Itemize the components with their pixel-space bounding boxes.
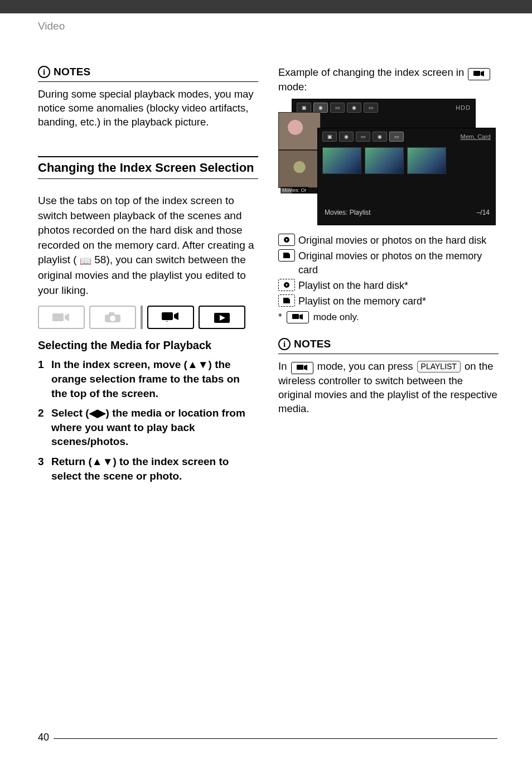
notes-heading-row: i NOTES — [278, 338, 499, 350]
hdd-playlist-icon — [278, 279, 295, 291]
legend-row: Playlist on the memory card* — [278, 294, 499, 308]
svg-text:⌃: ⌃ — [165, 320, 169, 325]
tab-icon: ◉ — [313, 103, 328, 113]
svg-rect-17 — [292, 314, 299, 319]
footer-rule — [54, 738, 497, 739]
front-screen: ▣ ◉ ▭ ◉ ▭ Mem. Card Movies: Playlist –/1… — [317, 128, 496, 225]
notes-heading-row: i NOTES — [38, 66, 258, 78]
sd-icon — [278, 249, 295, 262]
svg-marker-11 — [481, 71, 484, 76]
tab-icon: ▭ — [356, 132, 370, 142]
top-dark-bar — [0, 0, 532, 13]
svg-rect-19 — [297, 365, 303, 370]
svg-point-16 — [286, 284, 288, 286]
legend-row: Playlist on the hard disk* — [278, 279, 499, 292]
front-caption-left: Movies: Playlist — [325, 209, 371, 216]
svg-marker-18 — [299, 314, 303, 320]
hdd-icon — [278, 234, 295, 246]
step-2: Select (◀▶) the media or location from w… — [38, 406, 258, 449]
camcorder-play-icon-inline — [287, 311, 309, 323]
rn-mid1: mode, you can press — [317, 360, 413, 372]
mode-separator — [141, 306, 143, 329]
legend-list: Original movies or photos on the hard di… — [278, 234, 499, 308]
mode-camcorder-play: ⌃ — [147, 306, 194, 329]
step-1: In the index screen, move (▲▼) the orang… — [38, 357, 258, 400]
notes-underline — [38, 81, 258, 82]
legend-text: Original movies or photos on the memory … — [298, 249, 499, 277]
svg-marker-20 — [304, 365, 307, 370]
playlist-button-label: PLAYLIST — [417, 361, 461, 373]
tab-icon: ▭ — [330, 103, 345, 113]
tab-icon: ◉ — [373, 132, 387, 142]
mode-camcorder-rec — [38, 306, 85, 329]
notes-label: NOTES — [294, 338, 331, 350]
intro-paragraph: Use the tabs on top of the index screen … — [38, 194, 258, 298]
back-caption-left: Movies: Or — [280, 187, 308, 194]
tab-icon: ▣ — [322, 132, 337, 142]
example-before: Example of changing the index screen in — [278, 66, 464, 78]
notes-body: During some special playback modes, you … — [38, 88, 258, 129]
steps-list: In the index screen, move (▲▼) the orang… — [38, 357, 258, 483]
subheading: Selecting the Media for Playback — [38, 339, 258, 352]
page-number: 40 — [38, 732, 49, 743]
mode-camera-rec — [89, 306, 136, 329]
svg-point-14 — [286, 239, 288, 241]
left-column: i NOTES During some special playback mod… — [38, 66, 258, 489]
section-header: Video — [0, 13, 532, 32]
tab-icon: ◉ — [347, 103, 361, 113]
right-notes-body: In mode, you can press PLAYLIST on the w… — [278, 360, 499, 416]
asterisk-text: mode only. — [313, 312, 359, 323]
svg-rect-5 — [162, 312, 173, 320]
svg-rect-0 — [52, 313, 64, 321]
page-ref: 58 — [94, 254, 106, 265]
thumbnail — [407, 147, 446, 174]
front-right-label: Mem. Card — [461, 133, 491, 140]
tab-icon: ▭ — [389, 132, 404, 142]
legend-row: Original movies or photos on the memory … — [278, 249, 499, 277]
example-screenshots: ▣ ◉ ▭ ◉ ▭ HDD Movies: Or ▣ ◉ ▭ ◉ — [278, 99, 496, 227]
tab-icon: ▣ — [297, 103, 311, 113]
example-after: mode: — [278, 81, 307, 93]
front-caption-right: –/14 — [477, 209, 490, 216]
section-title: Changing the Index Screen Selection — [38, 156, 258, 179]
two-column-layout: i NOTES During some special playback mod… — [0, 32, 532, 489]
info-icon: i — [278, 338, 291, 350]
mode-photo-play — [199, 306, 245, 329]
legend-text: Playlist on the hard disk* — [298, 279, 408, 292]
thumbnail — [365, 147, 404, 174]
step-3: Return (▲▼) to the index screen to selec… — [38, 454, 258, 483]
tab-icon: ◉ — [339, 132, 354, 142]
thumbnail — [322, 147, 361, 174]
legend-text: Original movies or photos on the hard di… — [298, 234, 486, 247]
camcorder-play-icon-inline — [291, 362, 313, 374]
legend-text: Playlist on the memory card* — [298, 294, 426, 308]
info-icon: i — [38, 66, 50, 78]
notes-label: NOTES — [54, 66, 90, 78]
rn-before: In — [278, 360, 287, 372]
svg-marker-6 — [174, 312, 178, 320]
book-icon: 📖 — [80, 256, 91, 267]
left-thumb-strip: Movies: Or — [278, 112, 321, 196]
camcorder-play-icon-inline: ⌃ — [468, 68, 490, 80]
svg-text:⌃: ⌃ — [476, 75, 478, 78]
svg-point-4 — [110, 316, 115, 321]
notes-underline — [278, 354, 499, 354]
tab-icon: ▭ — [364, 103, 378, 113]
asterisk-star: * — [278, 312, 282, 323]
example-line: Example of changing the index screen in … — [278, 66, 499, 94]
sd-playlist-icon — [278, 294, 295, 307]
asterisk-note: * mode only. — [278, 311, 499, 323]
right-column: Example of changing the index screen in … — [278, 66, 499, 489]
legend-row: Original movies or photos on the hard di… — [278, 234, 499, 247]
back-right-label: HDD — [456, 104, 471, 111]
svg-marker-1 — [65, 313, 69, 321]
svg-rect-3 — [109, 312, 114, 315]
mode-dial-row: ⌃ — [38, 306, 258, 329]
